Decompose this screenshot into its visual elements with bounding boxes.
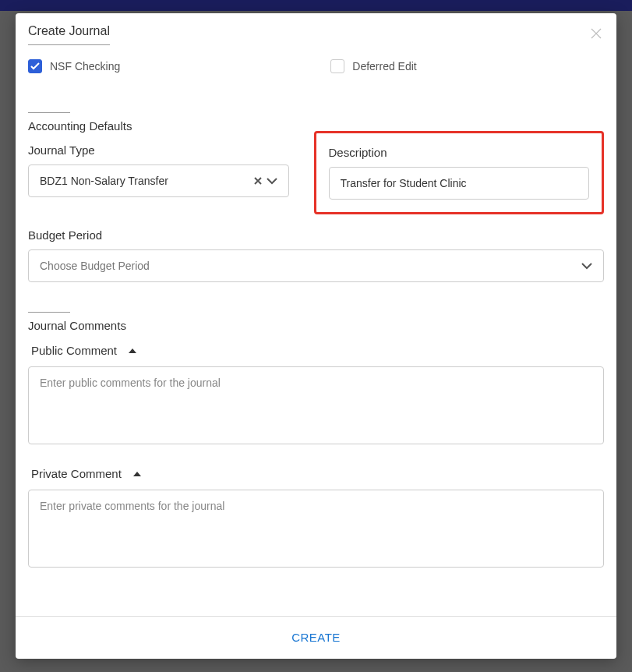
journal-type-label: Journal Type	[28, 143, 289, 157]
chevron-down-icon[interactable]	[581, 259, 592, 273]
nsf-checking-item: NSF Checking	[28, 59, 120, 73]
journal-type-select[interactable]: BDZ1 Non-Salary Transfer	[28, 164, 289, 197]
section-divider	[28, 112, 70, 113]
create-button[interactable]: CREATE	[291, 631, 341, 644]
caret-up-icon[interactable]	[128, 343, 137, 357]
nsf-checkbox[interactable]	[28, 59, 42, 73]
form-row-1: Journal Type BDZ1 Non-Salary Transfer	[28, 143, 604, 214]
create-journal-modal: Create Journal NSF Checking Deferred Edi…	[16, 13, 616, 659]
deferred-edit-item: Deferred Edit	[330, 59, 416, 73]
budget-period-label: Budget Period	[28, 228, 604, 242]
modal-body: NSF Checking Deferred Edit Accounting De…	[16, 51, 616, 616]
description-label: Description	[329, 146, 590, 159]
caret-up-icon[interactable]	[132, 466, 142, 480]
select-icons	[254, 174, 277, 188]
section-divider	[28, 312, 70, 313]
modal-header: Create Journal	[16, 13, 616, 51]
private-comment-label: Private Comment	[31, 467, 122, 480]
budget-period-select[interactable]: Choose Budget Period	[28, 249, 604, 282]
modal-footer: CREATE	[16, 616, 616, 659]
chevron-down-icon[interactable]	[267, 174, 277, 188]
nsf-label: NSF Checking	[50, 60, 120, 73]
public-comment-header: Public Comment	[28, 343, 604, 357]
description-group-highlighted: Description	[314, 131, 605, 214]
budget-period-placeholder: Choose Budget Period	[40, 260, 581, 272]
private-comment-textarea[interactable]	[28, 490, 604, 568]
top-bar	[0, 0, 632, 11]
public-comment-label: Public Comment	[31, 344, 117, 357]
close-icon[interactable]	[588, 24, 604, 44]
journal-type-value: BDZ1 Non-Salary Transfer	[40, 175, 254, 187]
public-comment-textarea[interactable]	[28, 366, 604, 444]
checkbox-row: NSF Checking Deferred Edit	[28, 59, 604, 73]
description-input[interactable]	[329, 167, 590, 200]
journal-type-group: Journal Type BDZ1 Non-Salary Transfer	[28, 143, 289, 214]
select-icons	[581, 259, 592, 273]
form-row-2: Budget Period Choose Budget Period	[28, 228, 604, 282]
modal-title: Create Journal	[28, 24, 110, 45]
private-comment-header: Private Comment	[28, 466, 604, 480]
budget-period-group: Budget Period Choose Budget Period	[28, 228, 604, 282]
deferred-checkbox[interactable]	[330, 59, 344, 73]
deferred-label: Deferred Edit	[352, 60, 416, 73]
clear-icon[interactable]	[254, 175, 262, 187]
journal-comments-title: Journal Comments	[28, 319, 604, 332]
